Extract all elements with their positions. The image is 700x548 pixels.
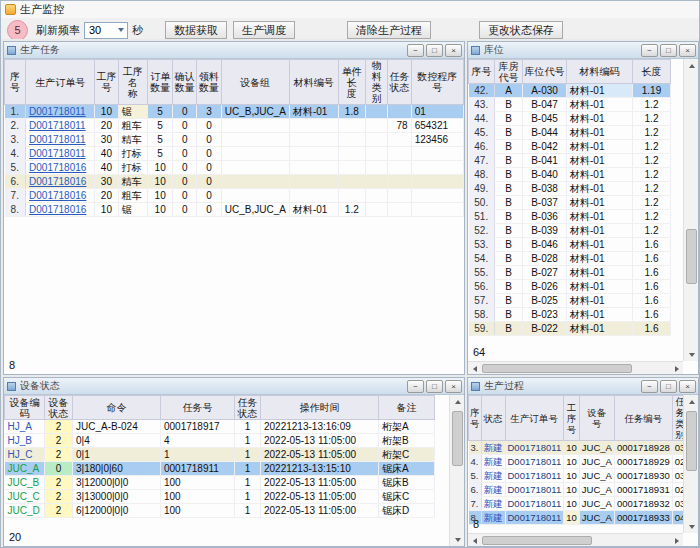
close-button[interactable]: × (445, 44, 462, 57)
refresh-rate-select[interactable]: 30 (84, 22, 128, 39)
column-header[interactable]: 任务 类别 (672, 396, 683, 441)
clear-process-button[interactable]: 清除生产过程 (347, 21, 431, 39)
production-dispatch-button[interactable]: 生产调度 (233, 21, 295, 39)
column-header[interactable]: 任务号 (161, 396, 235, 420)
column-header[interactable]: 订单 数量 (148, 60, 173, 105)
minimize-button[interactable]: − (407, 380, 424, 393)
column-header[interactable]: 备注 (379, 396, 435, 420)
table-row[interactable]: 5.新建D00171801110JUC_A0001718930032 (469, 469, 684, 483)
scroll-up-icon[interactable] (684, 395, 698, 408)
dropdown-arrow-icon[interactable] (114, 23, 127, 38)
panel-titlebar[interactable]: 库位 − □ × (468, 42, 698, 59)
column-header[interactable]: 生产订单号 (505, 396, 564, 441)
table-row[interactable]: HJ_C20|1112022-05-13 11:05:00桁架C (5, 448, 435, 462)
table-row[interactable]: 52.BB-039材料-011.2 (469, 224, 671, 238)
column-header[interactable]: 任务 状态 (235, 396, 261, 420)
table-row[interactable]: 3.新建D00171801110JUC_A0001718928032 (469, 441, 684, 455)
panel-titlebar[interactable]: 生产任务 − □ × (4, 42, 464, 59)
order-link[interactable]: D001718016 (26, 203, 95, 217)
minimize-button[interactable]: − (641, 44, 658, 57)
vertical-scrollbar[interactable] (449, 395, 464, 546)
table-row[interactable]: 57.BB-025材料-011.6 (469, 294, 671, 308)
column-header[interactable]: 序号 (469, 396, 482, 441)
table-row[interactable]: 4.新建D00171801110JUC_A0001718929022 (469, 455, 684, 469)
close-button[interactable]: × (679, 44, 696, 57)
order-link[interactable]: D001718011 (26, 133, 95, 147)
column-header[interactable]: 序号 (5, 60, 26, 105)
order-link[interactable]: D001718016 (26, 161, 95, 175)
column-header[interactable]: 设备组 (221, 60, 289, 105)
scroll-up-icon[interactable] (450, 395, 464, 408)
column-header[interactable]: 任务编号 (614, 396, 672, 441)
column-header[interactable]: 材料编号 (289, 60, 338, 105)
table-row[interactable]: 5.D00171801640打标1000 (5, 161, 464, 175)
scroll-left-icon[interactable] (468, 362, 481, 374)
minimize-button[interactable]: − (641, 380, 658, 393)
table-row[interactable]: 44.BB-045材料-011.2 (469, 112, 671, 126)
horizontal-scrollbar[interactable] (468, 361, 683, 374)
table-row[interactable]: 2.D00171801120粗车50078654321 (5, 119, 464, 133)
table-row[interactable]: JUC_A03|180|0|600001718911120221213-13:1… (5, 462, 435, 476)
maximize-button[interactable]: □ (426, 380, 443, 393)
column-header[interactable]: 设备 状态 (45, 396, 73, 420)
order-link[interactable]: D001718016 (26, 189, 95, 203)
table-row[interactable]: JUC_B23|12000|0|010012022-05-13 11:05:00… (5, 476, 435, 490)
scroll-thumb[interactable] (482, 364, 632, 373)
table-row[interactable]: HJ_A2JUC_A-B-0240001718917120221213-13:1… (5, 420, 435, 434)
table-row[interactable]: 53.BB-046材料-011.6 (469, 238, 671, 252)
column-header[interactable]: 状态 (481, 396, 505, 441)
minimize-button[interactable]: − (407, 44, 424, 57)
order-link[interactable]: D001718011 (26, 147, 95, 161)
column-header[interactable]: 工序 号 (564, 396, 580, 441)
column-header[interactable]: 材料编码 (567, 60, 633, 84)
column-header[interactable]: 单件长 度 (338, 60, 365, 105)
table-row[interactable]: 8.新建D00171801110JUC_A0001718933042 (469, 511, 684, 525)
close-button[interactable]: × (445, 380, 462, 393)
column-header[interactable]: 命令 (73, 396, 161, 420)
table-row[interactable]: 1.D00171801110锯503UC_B,JUC_A材料-011.801 (5, 105, 464, 119)
column-header[interactable]: 库位代号 (523, 60, 567, 84)
table-row[interactable]: 6.D00171801630精车1000 (5, 175, 464, 189)
column-header[interactable]: 物料 类别 (365, 60, 388, 105)
order-link[interactable]: D001718011 (26, 105, 95, 119)
table-row[interactable]: 43.BB-047材料-011.2 (469, 98, 671, 112)
table-row[interactable]: JUC_C23|13000|0|010012022-05-13 11:05:00… (5, 490, 435, 504)
table-row[interactable]: JUC_D26|12000|0|010012022-05-13 11:05:00… (5, 504, 435, 518)
maximize-button[interactable]: □ (426, 44, 443, 57)
vertical-scrollbar[interactable] (683, 59, 698, 361)
column-header[interactable]: 数控程序号 (411, 60, 463, 105)
panel-titlebar[interactable]: 生产过程 − □ × (468, 378, 698, 395)
maximize-button[interactable]: □ (660, 380, 677, 393)
scroll-up-icon[interactable] (684, 59, 698, 72)
column-header[interactable]: 确认 数量 (173, 60, 197, 105)
maximize-button[interactable]: □ (660, 44, 677, 57)
scroll-thumb[interactable] (482, 536, 592, 545)
column-header[interactable]: 序号 (469, 60, 495, 84)
table-row[interactable]: 8.D00171801610锯1000UC_B,JUC_A材料-011.2 (5, 203, 464, 217)
save-status-button[interactable]: 更改状态保存 (479, 21, 563, 39)
vertical-scrollbar[interactable] (683, 395, 698, 533)
table-row[interactable]: 6.新建D00171801110JUC_A0001718931022 (469, 483, 684, 497)
table-row[interactable]: 3.D00171801130精车500123456 (5, 133, 464, 147)
column-header[interactable]: 生产订单号 (26, 60, 95, 105)
order-link[interactable]: D001718016 (26, 175, 95, 189)
column-header[interactable]: 设备 号 (579, 396, 614, 441)
table-row[interactable]: HJ_B20|4412022-05-13 11:05:00桁架B (5, 434, 435, 448)
table-row[interactable]: 4.D00171801140打标500 (5, 147, 464, 161)
column-header[interactable]: 任务 状态 (388, 60, 411, 105)
table-row[interactable]: 58.BB-023材料-011.6 (469, 308, 671, 322)
scroll-thumb[interactable] (452, 411, 463, 466)
scroll-thumb[interactable] (686, 411, 697, 471)
table-row[interactable]: 47.BB-041材料-011.2 (469, 154, 671, 168)
data-fetch-button[interactable]: 数据获取 (165, 21, 227, 39)
column-header[interactable]: 工序 号 (95, 60, 118, 105)
table-row[interactable]: 56.BB-026材料-011.6 (469, 280, 671, 294)
scroll-down-icon[interactable] (450, 533, 464, 546)
table-row[interactable]: 46.BB-042材料-011.2 (469, 140, 671, 154)
scroll-right-icon[interactable] (670, 534, 683, 546)
table-row[interactable]: 42.AA-030材料-011.19 (469, 84, 671, 98)
scroll-left-icon[interactable] (468, 534, 481, 546)
table-row[interactable]: 55.BB-027材料-011.6 (469, 266, 671, 280)
panel-titlebar[interactable]: 设备状态 − □ × (4, 378, 464, 395)
column-header[interactable]: 工序名 称 (118, 60, 148, 105)
